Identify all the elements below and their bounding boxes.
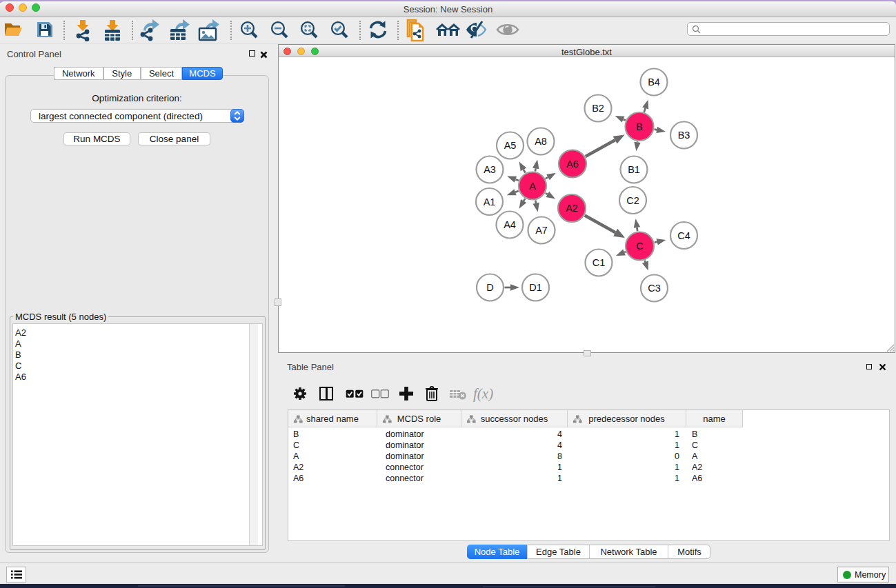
- svg-text:A6: A6: [566, 159, 579, 170]
- svg-text:A2: A2: [566, 203, 578, 214]
- svg-text:C: C: [636, 241, 643, 252]
- svg-text:C3: C3: [648, 283, 661, 294]
- svg-text:B2: B2: [592, 103, 604, 114]
- svg-text:D1: D1: [529, 282, 542, 293]
- svg-text:B4: B4: [648, 77, 660, 88]
- svg-text:B: B: [636, 121, 643, 132]
- svg-text:C2: C2: [626, 195, 639, 206]
- svg-text:A5: A5: [504, 140, 517, 151]
- svg-text:C4: C4: [677, 230, 690, 241]
- svg-text:A7: A7: [535, 225, 548, 236]
- svg-text:C1: C1: [593, 257, 606, 268]
- svg-text:B3: B3: [678, 130, 690, 141]
- svg-text:B1: B1: [628, 164, 640, 175]
- svg-text:A8: A8: [535, 136, 547, 147]
- svg-text:A: A: [529, 181, 536, 192]
- svg-text:D: D: [486, 282, 493, 293]
- svg-text:A3: A3: [484, 164, 496, 175]
- svg-text:A4: A4: [504, 219, 516, 230]
- svg-text:A1: A1: [484, 196, 496, 207]
